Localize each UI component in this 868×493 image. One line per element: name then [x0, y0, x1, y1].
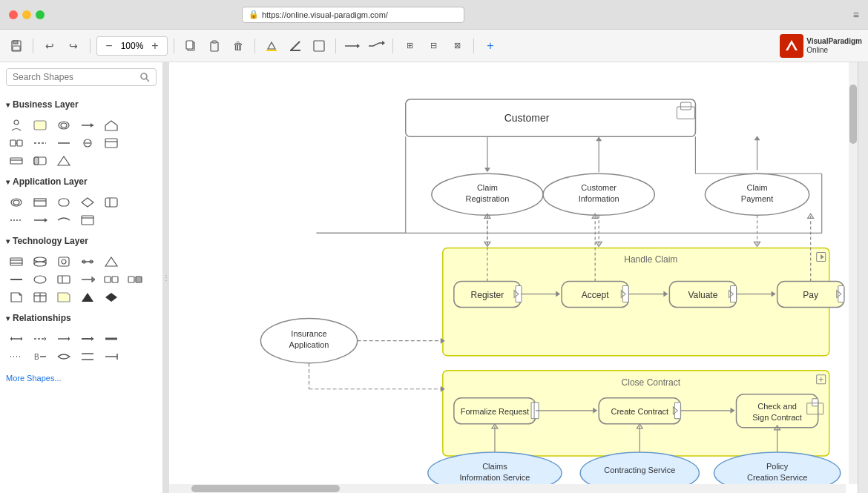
contracting-service-label: Contracting Service: [604, 466, 675, 474]
shape-t3[interactable]: [53, 254, 74, 270]
shape-b8[interactable]: [30, 153, 50, 169]
technology-layer-header[interactable]: Technology Layer: [0, 231, 162, 251]
svg-rect-34: [105, 139, 117, 148]
search-input[interactable]: [13, 72, 139, 82]
redo-button[interactable]: ↪: [63, 36, 84, 56]
shape-t7[interactable]: [30, 271, 50, 288]
shape-b6[interactable]: [101, 135, 122, 151]
svg-marker-25: [91, 123, 93, 128]
shape-note[interactable]: [53, 289, 74, 305]
distribute-button[interactable]: ⊠: [447, 36, 467, 56]
search-box[interactable]: [6, 68, 157, 86]
shape-a3[interactable]: [53, 194, 74, 211]
svg-marker-15: [382, 41, 385, 45]
copy-button[interactable]: [180, 36, 201, 56]
shape-r4[interactable]: [77, 331, 98, 347]
save-button[interactable]: [6, 36, 27, 56]
shape-b4[interactable]: [53, 135, 74, 151]
svg-rect-21: [34, 121, 46, 130]
shape-t2[interactable]: [30, 254, 50, 270]
shape-house[interactable]: [101, 117, 122, 133]
pay-label: Pay: [803, 290, 818, 300]
shape-t11[interactable]: [125, 271, 145, 288]
menu-button[interactable]: ≡: [853, 9, 859, 21]
shape-r9[interactable]: [77, 348, 98, 365]
svg-rect-39: [34, 157, 39, 165]
shape-b9[interactable]: [53, 153, 74, 169]
horizontal-scrollbar[interactable]: [169, 484, 846, 493]
shape-a7[interactable]: [30, 212, 50, 228]
business-layer-header[interactable]: Business Layer: [0, 95, 162, 114]
fill-color-button[interactable]: [261, 36, 282, 56]
shape-a8[interactable]: [53, 212, 74, 228]
handle-claim-label: Handle Claim: [624, 254, 677, 265]
shape-actor[interactable]: [6, 117, 27, 133]
svg-rect-69: [58, 276, 70, 283]
style-button[interactable]: [309, 36, 329, 56]
url-bar[interactable]: 🔒 https://online.visual-paradigm.com/: [242, 7, 464, 23]
shape-a2[interactable]: [30, 194, 50, 211]
shape-r3[interactable]: [53, 331, 74, 347]
shape-t9[interactable]: [77, 271, 98, 288]
delete-button[interactable]: 🗑: [228, 36, 249, 56]
maximize-button[interactable]: [36, 10, 45, 19]
more-shapes[interactable]: More Shapes...: [0, 368, 162, 388]
shape-a4[interactable]: [77, 194, 98, 211]
vertical-scrollbar[interactable]: [849, 62, 858, 484]
shape-t5[interactable]: [101, 254, 122, 270]
vp-logo-text: VisualParadigm: [806, 37, 862, 46]
application-layer-header[interactable]: Application Layer: [0, 172, 162, 191]
add-button[interactable]: +: [480, 36, 501, 56]
relationships-header[interactable]: Relationships: [0, 308, 162, 328]
waypoint-button[interactable]: [366, 36, 387, 56]
close-button[interactable]: [9, 10, 18, 19]
shape-empty3: [77, 153, 98, 169]
group-button[interactable]: ⊞: [399, 36, 420, 56]
shape-b5[interactable]: [77, 135, 98, 151]
zoom-out-button[interactable]: −: [102, 39, 116, 53]
connector-button[interactable]: [342, 36, 363, 56]
shape-b2[interactable]: [6, 135, 27, 151]
shape-a6[interactable]: [6, 212, 27, 228]
shape-t6[interactable]: [6, 271, 27, 288]
v-scroll-thumb[interactable]: [849, 85, 857, 144]
diagram-canvas[interactable]: Customer Claim Registration: [169, 62, 858, 493]
svg-rect-163: [737, 394, 818, 428]
shape-a1[interactable]: [6, 194, 27, 211]
h-scroll-thumb[interactable]: [191, 485, 340, 492]
shape-doc[interactable]: [6, 289, 27, 305]
shape-arrow-black[interactable]: [77, 289, 98, 305]
undo-button[interactable]: ↩: [39, 36, 60, 56]
align-button[interactable]: ⊟: [423, 36, 444, 56]
customer-information-label: Customer: [581, 183, 617, 192]
canvas-area[interactable]: Customer Claim Registration: [169, 62, 858, 493]
shape-r8[interactable]: [53, 348, 74, 365]
shape-r10[interactable]: [101, 348, 122, 365]
shape-role[interactable]: [30, 117, 50, 133]
shape-t8[interactable]: [53, 271, 74, 288]
shape-r7[interactable]: B: [30, 348, 50, 365]
shape-r1[interactable]: [6, 331, 27, 347]
line-color-button[interactable]: [285, 36, 306, 56]
shape-arrow-black2[interactable]: [101, 289, 122, 305]
shape-interface[interactable]: [77, 117, 98, 133]
shape-a9[interactable]: [77, 212, 98, 228]
shape-r6[interactable]: [6, 348, 27, 365]
shape-collaboration[interactable]: [53, 117, 74, 133]
shape-b3[interactable]: [30, 135, 50, 151]
shape-t10[interactable]: [101, 271, 122, 288]
panel-divider[interactable]: ⋮: [163, 62, 169, 493]
shape-r5[interactable]: [101, 331, 122, 347]
separator-3: [174, 39, 174, 53]
paste-button[interactable]: [204, 36, 225, 56]
shape-t4[interactable]: [77, 254, 98, 270]
vp-logo-icon: [780, 34, 803, 58]
shape-r2[interactable]: [30, 331, 50, 347]
zoom-in-button[interactable]: +: [148, 39, 162, 53]
shape-a5[interactable]: [101, 194, 122, 211]
shape-table[interactable]: [30, 289, 50, 305]
shape-t1[interactable]: [6, 254, 27, 270]
minimize-button[interactable]: [22, 10, 31, 19]
shape-b7[interactable]: [6, 153, 27, 169]
svg-rect-47: [105, 198, 117, 207]
